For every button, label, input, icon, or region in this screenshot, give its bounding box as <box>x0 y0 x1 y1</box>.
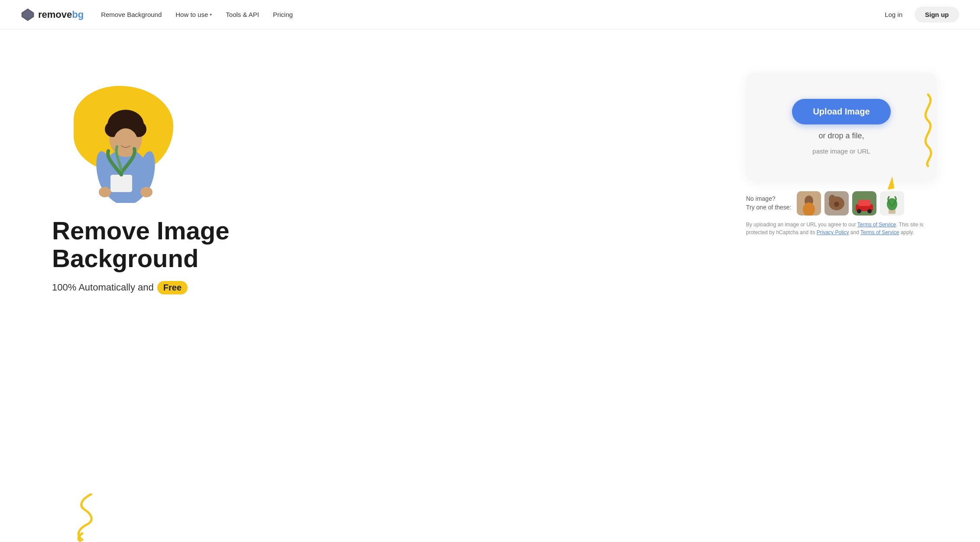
svg-rect-10 <box>110 175 132 192</box>
hero-illustration <box>52 82 199 203</box>
sample-thumb-4[interactable] <box>880 191 904 215</box>
hero-title: Remove Image Background <box>52 217 260 272</box>
person-image <box>87 90 165 203</box>
terms-link-2[interactable]: Terms of Service <box>860 229 899 235</box>
logo-text: removebg <box>38 9 84 20</box>
sample-thumbnails <box>797 191 904 215</box>
upload-image-button[interactable]: Upload Image <box>792 99 890 124</box>
login-button[interactable]: Log in <box>879 7 908 22</box>
sample-thumb-3[interactable] <box>852 191 876 215</box>
drop-text: or drop a file, <box>818 131 864 140</box>
privacy-link[interactable]: Privacy Policy <box>817 229 849 235</box>
sample-thumb-1[interactable] <box>797 191 821 215</box>
svg-point-23 <box>857 209 861 213</box>
svg-point-12 <box>140 187 153 197</box>
terms-link-1[interactable]: Terms of Service <box>857 222 896 228</box>
sample-images-row: No image? Try one of these: <box>746 191 937 215</box>
svg-point-11 <box>99 187 111 197</box>
sample-thumb-2[interactable] <box>824 191 849 215</box>
nav-tools-api[interactable]: Tools & API <box>226 11 259 18</box>
logo[interactable]: removebg <box>21 8 84 22</box>
signup-button[interactable]: Sign up <box>915 7 959 23</box>
squiggle-decoration-bottom-left <box>69 490 113 542</box>
nav-how-to-use[interactable]: How to use ▾ <box>175 11 212 18</box>
samples-label: No image? Try one of these: <box>746 195 792 212</box>
nav-auth: Log in Sign up <box>879 7 959 23</box>
svg-point-19 <box>834 202 839 207</box>
upload-dropzone[interactable]: Upload Image or drop a file, paste image… <box>746 73 937 181</box>
navbar: removebg Remove Background How to use ▾ … <box>0 0 980 29</box>
upload-section: Upload Image or drop a file, paste image… <box>737 47 945 236</box>
logo-icon <box>21 8 35 22</box>
svg-point-24 <box>867 209 872 213</box>
svg-point-18 <box>829 195 836 203</box>
nav-remove-background[interactable]: Remove Background <box>101 11 162 18</box>
free-badge: Free <box>157 281 188 294</box>
paste-text: paste image or URL <box>812 147 870 155</box>
chevron-down-icon: ▾ <box>210 12 212 17</box>
svg-rect-22 <box>858 200 870 206</box>
nav-pricing[interactable]: Pricing <box>273 11 293 18</box>
nav-links: Remove Background How to use ▾ Tools & A… <box>101 11 879 18</box>
hero-section: Remove Image Background 100% Automatical… <box>0 29 980 542</box>
hero-subtitle: 100% Automatically and Free <box>52 281 737 294</box>
legal-text: By uploading an image or URL you agree t… <box>746 221 937 236</box>
hero-left: Remove Image Background 100% Automatical… <box>52 47 737 294</box>
